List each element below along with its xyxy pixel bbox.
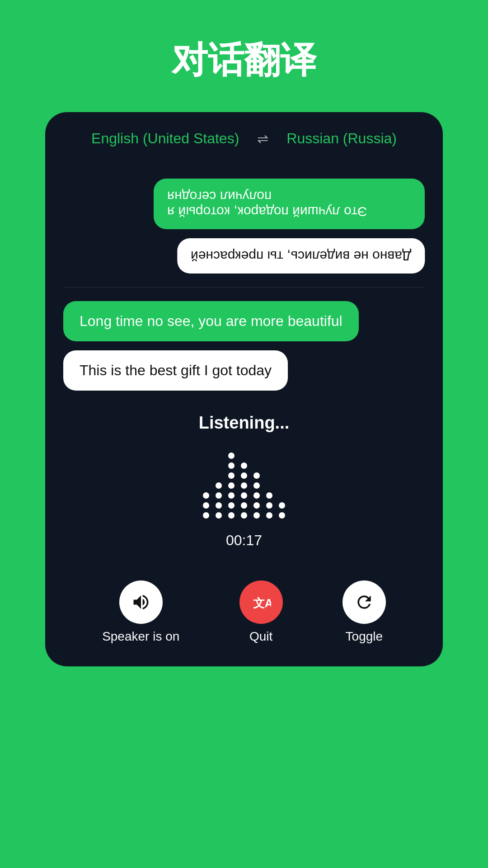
listening-section: Listening... <box>45 400 443 571</box>
recording-timer: 00:17 <box>226 532 262 549</box>
waveform-col-2 <box>216 482 222 519</box>
waveform-col-5 <box>253 472 260 519</box>
waveform-dot <box>203 512 209 519</box>
upper-bubble-green: Это лучший подарок, который я получил се… <box>154 179 425 229</box>
quit-circle[interactable]: 文A <box>239 580 283 624</box>
main-card: English (United States) ⇌ Russian (Russi… <box>45 112 443 666</box>
lower-bubble-green: Long time no see, you are more beautiful <box>63 301 359 341</box>
waveform-dot <box>228 472 235 479</box>
listening-label: Listening... <box>199 413 290 433</box>
waveform-dot <box>241 472 247 479</box>
waveform-dot <box>253 502 260 509</box>
speaker-button[interactable]: Speaker is on <box>102 580 179 644</box>
waveform-dot <box>228 512 235 519</box>
waveform-dot <box>241 512 247 519</box>
lower-bubble-white: This is the best gift I got today <box>63 350 288 391</box>
waveform-dot <box>253 472 260 479</box>
swap-languages-icon[interactable]: ⇌ <box>257 131 268 146</box>
waveform-dot <box>216 492 222 499</box>
waveform-dot <box>228 482 235 489</box>
app-title: 对话翻译 <box>172 36 316 85</box>
waveform-dot <box>228 453 235 459</box>
waveform-dot <box>203 502 209 509</box>
waveform-dot <box>266 492 272 499</box>
waveform-dot <box>253 492 260 499</box>
svg-text:文A: 文A <box>253 596 271 609</box>
waveform-dot <box>228 502 235 509</box>
waveform-col-7 <box>279 502 285 519</box>
right-language-label[interactable]: Russian (Russia) <box>286 130 397 147</box>
waveform-dot <box>266 512 272 519</box>
waveform-dot <box>279 502 285 509</box>
translate-icon: 文A <box>251 592 271 612</box>
speaker-on-icon <box>131 592 151 612</box>
upper-bubble-white: Давно не виделись, ты прекрасней <box>177 238 425 274</box>
refresh-icon <box>354 592 374 612</box>
waveform-col-4 <box>241 462 247 519</box>
speaker-circle[interactable] <box>119 580 163 624</box>
waveform-dot <box>279 512 285 519</box>
waveform-dot <box>241 482 247 489</box>
toggle-button[interactable]: Toggle <box>343 580 386 644</box>
toggle-circle[interactable] <box>343 580 386 624</box>
waveform-dot <box>241 462 247 469</box>
waveform-col-3 <box>228 453 235 519</box>
waveform-col-1 <box>203 492 209 519</box>
bottom-controls: Speaker is on 文A Quit Toggle <box>45 571 443 666</box>
left-language-label[interactable]: English (United States) <box>91 130 239 147</box>
waveform-dot <box>216 502 222 509</box>
waveform-dot <box>228 462 235 469</box>
language-bar: English (United States) ⇌ Russian (Russi… <box>45 112 443 160</box>
waveform-dot <box>203 492 209 499</box>
waveform-col-6 <box>266 492 272 519</box>
speaker-label: Speaker is on <box>102 629 179 644</box>
upper-chat-area: Это лучший подарок, который я получил се… <box>45 160 443 287</box>
waveform-dot <box>216 512 222 519</box>
waveform-dot <box>216 482 222 489</box>
quit-label: Quit <box>249 629 272 644</box>
waveform-dot <box>253 482 260 489</box>
waveform-dot <box>266 502 272 509</box>
waveform-dot <box>228 492 235 499</box>
quit-button[interactable]: 文A Quit <box>239 580 283 644</box>
waveform-dot <box>241 492 247 499</box>
waveform-visualizer <box>194 446 294 519</box>
toggle-label: Toggle <box>346 629 383 644</box>
waveform-dot <box>253 512 260 519</box>
lower-chat-area: Long time no see, you are more beautiful… <box>45 288 443 400</box>
waveform-dot <box>241 502 247 509</box>
